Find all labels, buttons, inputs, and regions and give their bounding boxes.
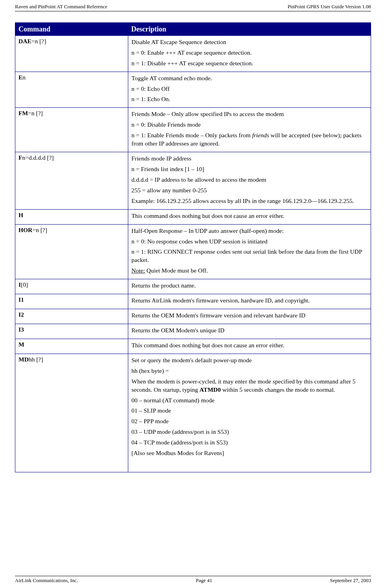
cmd-name: I2	[18, 311, 24, 318]
cmd-name: H	[18, 212, 23, 218]
desc-line: 03 – UDP mode (address/port is in S53)	[131, 428, 368, 436]
cmd-name: HOR	[18, 227, 32, 233]
row-fn: Fn=d.d.d.d [?] Friends mode IP address n…	[15, 152, 371, 210]
desc-line: n = 0: Echo Off	[131, 85, 368, 93]
command-table: Command Description DAE=n [?] Disable AT…	[15, 22, 371, 472]
row-hor: HOR=n [?] Half-Open Response – In UDP au…	[15, 224, 371, 279]
desc-line: 255 = allow any number 0-255	[131, 186, 368, 195]
row-i0: I[0] Returns the product name.	[15, 279, 371, 294]
desc-line: Returns the OEM Modem's unique ID	[131, 326, 368, 335]
row-en: En Toggle AT command echo mode. n = 0: E…	[15, 72, 371, 108]
cmd-args: n=d.d.d.d [?]	[22, 154, 54, 161]
desc-line: Toggle AT command echo mode.	[131, 74, 368, 83]
desc-line: hh (hex byte) =	[131, 367, 368, 375]
cmd-name: FM	[18, 110, 28, 116]
desc-line: This command does nothing but does not c…	[131, 341, 368, 350]
cmd-name: MD	[18, 356, 29, 363]
row-fm: FM=n [?] Friends Mode – Only allow speci…	[15, 108, 371, 152]
cmd-args: hh [?]	[29, 356, 43, 363]
footer-left: AirLink Communications, Inc.	[15, 577, 78, 584]
desc-line: Returns the product name.	[131, 282, 368, 290]
desc-line: Disable AT Escape Sequence detection	[131, 38, 368, 46]
desc-line: n = 1: Echo On.	[131, 95, 368, 103]
desc-line: Note: Quiet Mode must be Off.	[131, 267, 368, 275]
page-header: Raven and PinPoint AT Command Reference …	[15, 3, 371, 11]
desc-line: n = 1: Disable +++ AT escape sequence de…	[131, 59, 368, 68]
desc-line: 01 – SLIP mode	[131, 407, 368, 415]
cmd-args: =n [?]	[32, 227, 47, 233]
desc-line: n = Friends list index [1 – 10]	[131, 165, 368, 173]
desc-line: 02 – PPP mode	[131, 417, 368, 426]
row-i2: I2 Returns the OEM Modem's firmware vers…	[15, 309, 371, 324]
cmd-name: E	[18, 74, 22, 81]
col-command: Command	[15, 22, 128, 35]
row-i3: I3 Returns the OEM Modem's unique ID	[15, 324, 371, 339]
desc-line: n = 0: No response codes when UDP sessio…	[131, 238, 368, 246]
row-dae: DAE=n [?] Disable AT Escape Sequence det…	[15, 35, 371, 72]
desc-line: [Also see Modbus Modes for Ravens]	[131, 449, 368, 457]
cmd-name: M	[18, 341, 24, 348]
cmd-args: =n [?]	[31, 38, 46, 44]
header-left: Raven and PinPoint AT Command Reference	[15, 3, 107, 10]
desc-line: n = 1: RING CONNECT response codes sent …	[131, 248, 368, 264]
desc-line: Returns AirLink modem's firmware version…	[131, 297, 368, 305]
desc-line: When the modem is power-cycled, it may e…	[131, 378, 368, 394]
desc-line: Half-Open Response – In UDP auto answer …	[131, 227, 368, 235]
cmd-args: n	[22, 74, 26, 81]
cmd-name: DAE	[18, 38, 31, 44]
desc-line: n = 1: Enable Friends mode – Only packet…	[131, 131, 368, 148]
row-md: MDhh [?] Set or query the modem's defaul…	[15, 354, 371, 472]
cmd-args: [0]	[21, 281, 28, 288]
desc-line: Set or query the modem's default power-u…	[131, 356, 368, 365]
desc-line: This command does nothing but does not c…	[131, 212, 368, 220]
desc-line: d.d.d.d = IP address to be allowed to ac…	[131, 176, 368, 184]
cmd-name: I1	[18, 296, 24, 303]
desc-line: Example: 166.129.2.255 allows access by …	[131, 197, 368, 205]
footer-center: Page 41	[196, 577, 212, 584]
cmd-name: I3	[18, 326, 24, 333]
row-h: H This command does nothing but does not…	[15, 209, 371, 224]
header-right: PinPoint GPRS User Guide Version 1.08	[288, 3, 371, 10]
desc-line: 00 – normal (AT command) mode	[131, 396, 368, 405]
cmd-args: =n [?]	[28, 110, 43, 116]
page-footer: AirLink Communications, Inc. Page 41 Sep…	[15, 576, 371, 584]
desc-line: Returns the OEM Modem's firmware version…	[131, 312, 368, 320]
footer-right: September 27, 2003	[330, 577, 371, 584]
row-m: M This command does nothing but does not…	[15, 339, 371, 354]
desc-line: 04 – TCP mode (address/port is in S53)	[131, 439, 368, 447]
row-i1: I1 Returns AirLink modem's firmware vers…	[15, 294, 371, 309]
desc-line: n = 0: Disable Friends mode	[131, 121, 368, 129]
desc-line: Friends Mode – Only allow specified IPs …	[131, 110, 368, 118]
desc-line: Friends mode IP address	[131, 155, 368, 163]
col-description: Description	[128, 22, 371, 35]
desc-line: n = 0: Enable +++ AT escape sequence det…	[131, 49, 368, 57]
